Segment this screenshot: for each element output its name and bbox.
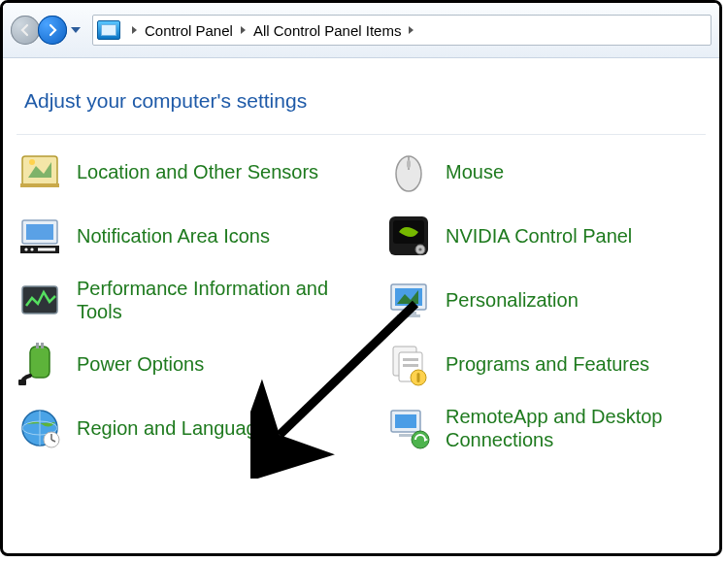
chevron-right-icon [241,26,246,34]
svg-rect-6 [407,160,411,168]
item-power-options[interactable]: Power Options [17,341,376,387]
chevron-right-icon [409,26,414,34]
svg-rect-21 [401,312,416,314]
item-label: Programs and Features [446,352,649,376]
svg-rect-30 [403,364,418,367]
region-language-icon [17,405,63,451]
svg-point-11 [30,248,33,250]
item-label: NVIDIA Control Panel [446,224,632,248]
svg-point-10 [24,248,27,250]
svg-rect-40 [395,414,416,428]
breadcrumb-segment[interactable]: Control Panel [145,22,233,39]
navigation-bar: Control Panel All Control Panel Items [3,3,719,58]
item-personalization[interactable]: Personalization [385,277,706,323]
back-button[interactable] [11,16,40,45]
item-label: Power Options [77,352,204,376]
item-label: Region and Language [77,416,268,440]
forward-button[interactable] [38,16,67,45]
svg-rect-23 [30,347,50,378]
personalization-icon [385,277,432,323]
breadcrumb-segment[interactable]: All Control Panel Items [253,22,402,39]
item-label: Performance Information and Tools [77,277,376,323]
item-remoteapp-desktop[interactable]: RemoteApp and Desktop Connections [385,405,706,451]
item-label: Notification Area Icons [77,224,270,248]
svg-rect-3 [20,183,59,187]
item-label: Mouse [446,160,504,183]
svg-rect-24 [36,343,39,348]
svg-rect-41 [399,434,413,437]
chevron-right-icon [132,26,137,34]
svg-point-2 [29,159,35,165]
nav-history-buttons [11,16,86,45]
remoteapp-icon [385,405,432,451]
page-title: Adjust your computer's settings [24,89,706,113]
control-panel-grid: Location and Other Sensors Mouse [17,149,706,451]
location-sensors-icon [17,149,63,195]
item-region-language[interactable]: Region and Language [17,405,376,451]
divider [17,134,706,135]
content-area: Adjust your computer's settings Location… [3,58,719,451]
item-label: Location and Other Sensors [77,160,318,183]
svg-point-16 [418,248,421,250]
address-bar[interactable]: Control Panel All Control Panel Items [92,15,711,46]
item-label: Personalization [446,288,579,312]
item-label: RemoteApp and Desktop Connections [446,405,706,451]
mouse-icon [385,149,432,195]
item-notification-area-icons[interactable]: Notification Area Icons [17,213,376,259]
item-performance-info[interactable]: Performance Information and Tools [17,277,376,323]
nvidia-icon [385,213,432,259]
performance-icon [17,277,63,323]
nav-history-dropdown[interactable] [71,27,81,33]
svg-rect-29 [403,358,418,361]
item-mouse[interactable]: Mouse [385,149,706,195]
svg-rect-32 [417,373,420,382]
item-location-sensors[interactable]: Location and Other Sensors [17,149,376,195]
item-programs-features[interactable]: Programs and Features [385,341,706,387]
notification-area-icon [17,213,63,259]
power-options-icon [17,341,63,387]
svg-rect-12 [38,248,55,251]
svg-rect-25 [41,343,44,348]
svg-rect-22 [397,314,420,317]
item-nvidia-control-panel[interactable]: NVIDIA Control Panel [385,213,706,259]
programs-features-icon [385,341,432,387]
control-panel-icon [97,20,120,40]
svg-rect-8 [26,224,53,240]
svg-rect-26 [18,380,26,385]
